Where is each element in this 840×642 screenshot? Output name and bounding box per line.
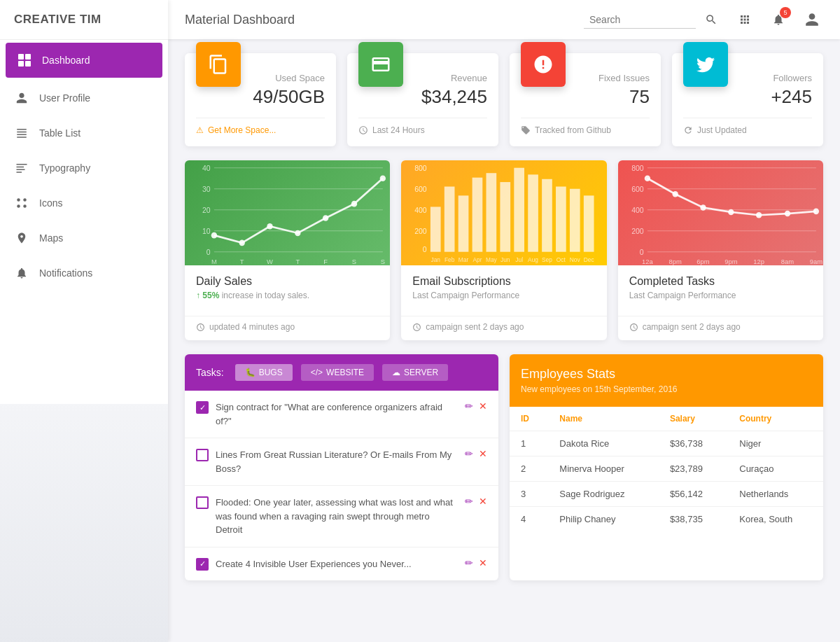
col-id: ID <box>510 407 548 431</box>
task-delete-button[interactable]: ✕ <box>479 448 487 459</box>
svg-rect-5 <box>17 132 27 133</box>
apps-button[interactable] <box>734 8 756 31</box>
task-list: Sign contract for "What are conference o… <box>185 391 498 580</box>
map-pin-icon <box>14 230 29 246</box>
sidebar-item-dashboard[interactable]: Dashboard <box>6 43 162 78</box>
svg-text:Jun: Jun <box>500 256 510 263</box>
stat-footer-text: Last 24 Hours <box>372 125 425 135</box>
followers-icon <box>683 42 728 87</box>
svg-text:400: 400 <box>415 206 428 214</box>
svg-rect-11 <box>17 172 22 173</box>
tab-label: SERVER <box>404 368 438 377</box>
task-checkbox[interactable] <box>196 496 209 509</box>
task-tab-bugs[interactable]: 🐛 BUGS <box>235 364 293 381</box>
svg-rect-45 <box>430 207 441 251</box>
svg-point-82 <box>728 209 734 216</box>
sidebar-item-label: Notifications <box>39 267 92 279</box>
task-tab-website[interactable]: </> WEBSITE <box>301 364 374 381</box>
search-button[interactable] <box>700 8 722 31</box>
bottom-row: Tasks: 🐛 BUGS </> WEBSITE ☁ SERVER <box>185 354 823 580</box>
svg-text:0: 0 <box>423 245 427 253</box>
table-cell-id: 3 <box>510 482 548 507</box>
chart-body-tasks: Completed Tasks Last Campaign Performanc… <box>618 265 823 310</box>
task-edit-button[interactable]: ✏ <box>465 448 473 459</box>
bug-icon: 🐛 <box>245 368 255 377</box>
search-input[interactable] <box>584 11 696 29</box>
get-more-space-link[interactable]: Get More Space... <box>208 125 276 135</box>
svg-text:10: 10 <box>202 227 211 235</box>
chart-subtitle: Last Campaign Performance <box>629 291 812 300</box>
table-cell-id: 1 <box>510 431 548 456</box>
tasks-label: Tasks: <box>196 367 224 378</box>
svg-point-83 <box>756 212 762 218</box>
svg-rect-56 <box>584 195 594 251</box>
chart-subtitle: ↑ 55% increase in today sales. <box>196 291 379 300</box>
svg-rect-3 <box>25 61 31 67</box>
table-cell-name: Dakota Rice <box>548 431 659 456</box>
sidebar-item-table-list[interactable]: Table List <box>0 116 168 151</box>
task-edit-button[interactable]: ✏ <box>465 557 473 568</box>
sidebar-item-maps[interactable]: Maps <box>0 221 168 256</box>
task-checkbox[interactable] <box>196 401 209 414</box>
chart-subtitle-text: Last Campaign Performance <box>629 291 736 300</box>
task-delete-button[interactable]: ✕ <box>479 400 487 412</box>
svg-point-85 <box>813 209 818 215</box>
employees-title: Employees Stats <box>521 367 812 382</box>
svg-point-79 <box>644 175 650 181</box>
user-avatar-button[interactable] <box>801 8 823 31</box>
svg-text:12p: 12p <box>753 258 764 265</box>
chart-percent: ↑ 55% <box>196 291 219 300</box>
task-checkbox[interactable] <box>196 449 209 461</box>
stat-card-followers: Followers +245 Just Updated <box>672 53 823 146</box>
sidebar-item-user-profile[interactable]: User Profile <box>0 81 168 116</box>
svg-text:200: 200 <box>415 227 428 235</box>
svg-text:9am: 9am <box>809 258 822 265</box>
stat-value: +245 <box>683 86 812 108</box>
charts-row: 40 30 20 10 0 <box>185 160 823 340</box>
col-salary: Salary <box>659 407 728 431</box>
svg-rect-49 <box>486 173 497 252</box>
table-row: 1Dakota Rice$36,738Niger <box>510 431 823 456</box>
chart-subtitle-text: Last Campaign Performance <box>412 291 519 300</box>
task-checkbox[interactable] <box>196 558 209 571</box>
notifications-button[interactable]: 5 <box>767 8 790 31</box>
stat-footer-text: Tracked from Github <box>535 125 611 135</box>
svg-rect-0 <box>18 54 24 60</box>
chart-card-email: 800 600 400 200 0 <box>401 160 606 340</box>
svg-text:0: 0 <box>640 248 644 256</box>
svg-text:800: 800 <box>415 164 428 172</box>
svg-point-30 <box>323 215 328 221</box>
sidebar-item-label: Table List <box>39 127 80 139</box>
svg-rect-10 <box>17 169 25 171</box>
task-tab-server[interactable]: ☁ SERVER <box>382 364 448 381</box>
svg-text:T: T <box>240 258 244 265</box>
sidebar-item-typography[interactable]: Typography <box>0 151 168 186</box>
task-delete-button[interactable]: ✕ <box>479 557 487 568</box>
stat-card-used-space: Used Space 49/50GB ⚠ Get More Space... <box>185 53 336 146</box>
sidebar-item-icons[interactable]: Icons <box>0 186 168 221</box>
svg-point-31 <box>351 201 357 207</box>
svg-rect-4 <box>17 129 27 130</box>
table-cell-country: Niger <box>728 431 823 456</box>
svg-text:M: M <box>211 258 217 265</box>
chart-title: Completed Tasks <box>629 275 812 288</box>
header-right: 5 <box>584 8 823 31</box>
task-edit-button[interactable]: ✏ <box>465 496 473 507</box>
svg-text:12a: 12a <box>642 258 653 265</box>
task-delete-button[interactable]: ✕ <box>479 496 487 507</box>
sidebar-item-notifications[interactable]: Notifications <box>0 256 168 291</box>
svg-rect-46 <box>444 187 455 252</box>
chart-footer-text: updated 4 minutes ago <box>209 322 295 332</box>
task-actions: ✏ ✕ <box>465 557 487 568</box>
chart-footer-tasks: campaign sent 2 days ago <box>618 316 823 340</box>
svg-text:F: F <box>323 258 328 265</box>
table-cell-salary: $56,142 <box>659 482 728 507</box>
svg-text:Feb: Feb <box>444 256 455 263</box>
employees-header: Employees Stats New employees on 15th Se… <box>510 354 823 407</box>
table-cell-name: Minerva Hooper <box>548 456 659 482</box>
task-edit-button[interactable]: ✏ <box>465 400 473 412</box>
svg-text:20: 20 <box>202 206 211 214</box>
stat-card-fixed-issues: Fixed Issues 75 Tracked from Github <box>510 53 661 146</box>
task-text: Lines From Great Russian Literature? Or … <box>216 448 458 475</box>
task-item: Lines From Great Russian Literature? Or … <box>185 438 498 486</box>
